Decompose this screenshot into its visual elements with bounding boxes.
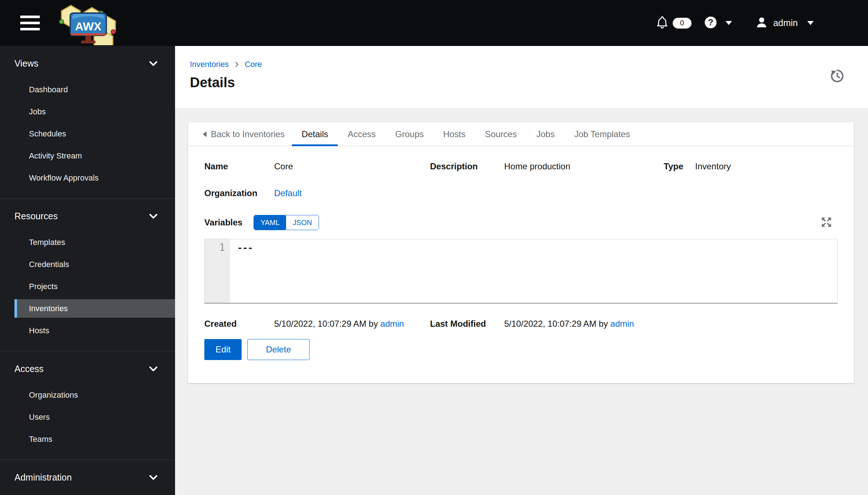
sidebar-item-workflow-approvals[interactable]: Workflow Approvals	[0, 167, 175, 189]
sidebar-item-teams[interactable]: Teams	[0, 428, 175, 450]
editor-line-number: 1	[205, 239, 230, 303]
organization-link[interactable]: Default	[274, 188, 302, 198]
delete-button[interactable]: Delete	[247, 339, 309, 360]
notifications-bell-icon[interactable]	[655, 16, 669, 31]
tab-sources[interactable]: Sources	[475, 122, 527, 146]
sidebar-item-users[interactable]: Users	[0, 406, 175, 428]
tab-back-label: Back to Inventories	[211, 129, 285, 139]
variables-label: Variables	[204, 217, 242, 228]
field-last-modified: Last Modified 5/10/2022, 10:07:29 AM by …	[430, 319, 838, 329]
breadcrumb-chevron-icon	[235, 61, 239, 68]
history-icon[interactable]	[830, 68, 845, 85]
nav-section-label: Views	[14, 58, 38, 69]
json-toggle-button[interactable]: JSON	[286, 215, 318, 230]
nav-section-access: Access Organizations Users Teams	[0, 351, 175, 460]
chevron-down-icon	[149, 366, 158, 372]
tab-bar: Back to Inventories Details Access Group…	[188, 122, 854, 146]
variables-code-editor[interactable]: 1 ---	[204, 239, 838, 304]
notifications-count-badge[interactable]: 0	[673, 18, 692, 29]
type-label: Type	[664, 161, 695, 172]
name-label: Name	[204, 161, 274, 172]
last-modified-timestamp: 5/10/2022, 10:07:29 AM by	[504, 319, 608, 329]
chevron-down-icon	[149, 61, 158, 66]
sidebar-item-hosts[interactable]: Hosts	[0, 320, 175, 342]
help-icon[interactable]: ?	[704, 16, 718, 31]
inventory-details-card: Back to Inventories Details Access Group…	[188, 122, 854, 383]
nav-section-resources: Resources Templates Credentials Projects…	[0, 198, 175, 351]
nav-section-label: Access	[14, 364, 44, 374]
tab-jobs[interactable]: Jobs	[527, 122, 565, 146]
page-title: Details	[190, 75, 846, 90]
sidebar-item-projects[interactable]: Projects	[0, 275, 175, 297]
sidebar-item-schedules[interactable]: Schedules	[0, 123, 175, 145]
details-panel: Name Core Description Home production Ty…	[188, 146, 854, 383]
nav-section-header-resources[interactable]: Resources	[0, 206, 175, 226]
created-value: 5/10/2022, 10:07:29 AM by admin	[274, 319, 404, 329]
name-value: Core	[274, 161, 293, 172]
nav-section-header-views[interactable]: Views	[0, 53, 175, 73]
expand-icon[interactable]	[820, 216, 833, 229]
sidebar-item-templates[interactable]: Templates	[0, 231, 175, 253]
tab-back-to-inventories[interactable]: Back to Inventories	[196, 122, 292, 146]
user-dropdown-caret-icon[interactable]	[807, 21, 814, 25]
username-label[interactable]: admin	[773, 18, 798, 28]
top-navigation-bar: AWX 0 ?	[0, 0, 868, 46]
created-label: Created	[204, 319, 274, 329]
nav-section-label: Administration	[14, 472, 72, 483]
sidebar-item-dashboard[interactable]: Dashboard	[0, 79, 175, 101]
nav-section-views: Views Dashboard Jobs Schedules Activity …	[0, 46, 175, 198]
field-created: Created 5/10/2022, 10:07:29 AM by admin	[204, 319, 430, 329]
description-label: Description	[430, 161, 504, 172]
action-buttons: Edit Delete	[204, 339, 838, 360]
awx-logo-text: AWX	[75, 20, 102, 33]
nav-section-administration: Administration	[0, 460, 175, 495]
description-value: Home production	[504, 161, 570, 172]
sidebar-item-jobs[interactable]: Jobs	[0, 101, 175, 123]
field-description: Description Home production	[430, 161, 664, 172]
topbar-actions: 0 ? admin	[655, 16, 814, 31]
field-organization: Organization Default	[204, 188, 838, 198]
type-value: Inventory	[695, 161, 731, 172]
edit-button[interactable]: Edit	[204, 339, 242, 360]
tab-hosts[interactable]: Hosts	[434, 122, 475, 146]
svg-text:?: ?	[708, 17, 713, 27]
sidebar-item-activity-stream[interactable]: Activity Stream	[0, 145, 175, 167]
field-type: Type Inventory	[664, 161, 838, 172]
sidebar-item-credentials[interactable]: Credentials	[0, 253, 175, 275]
awx-app: AWX 0 ?	[0, 0, 868, 495]
page-header: Inventories Core Details	[175, 46, 868, 108]
hamburger-menu-icon[interactable]	[20, 16, 40, 30]
variables-row: Variables YAML JSON	[204, 215, 838, 230]
breadcrumb-inventories-link[interactable]: Inventories	[190, 60, 229, 69]
sidebar-item-inventories[interactable]: Inventories	[14, 299, 175, 318]
last-modified-label: Last Modified	[430, 319, 504, 329]
editor-content[interactable]: ---	[230, 239, 837, 303]
sidebar-navigation: Views Dashboard Jobs Schedules Activity …	[0, 46, 175, 495]
tab-groups[interactable]: Groups	[386, 122, 434, 146]
yaml-toggle-button[interactable]: YAML	[254, 215, 286, 230]
chevron-down-icon	[149, 475, 158, 480]
tab-access[interactable]: Access	[338, 122, 385, 146]
created-by-admin-link[interactable]: admin	[380, 319, 404, 329]
nav-section-header-administration[interactable]: Administration	[0, 467, 175, 487]
nav-section-label: Resources	[14, 211, 58, 221]
field-name: Name Core	[204, 161, 430, 172]
awx-logo[interactable]: AWX	[49, 0, 120, 46]
variables-format-toggle: YAML JSON	[254, 215, 319, 230]
created-timestamp: 5/10/2022, 10:07:29 AM by	[274, 319, 378, 329]
main-content: Inventories Core Details	[175, 46, 868, 495]
sidebar-item-organizations[interactable]: Organizations	[0, 384, 175, 406]
caret-left-icon	[203, 131, 207, 137]
help-dropdown-caret-icon[interactable]	[726, 21, 732, 25]
modified-by-admin-link[interactable]: admin	[610, 319, 634, 329]
chevron-down-icon	[149, 213, 158, 219]
last-modified-value: 5/10/2022, 10:07:29 AM by admin	[504, 319, 634, 329]
nav-section-header-access[interactable]: Access	[0, 359, 175, 379]
tab-job-templates[interactable]: Job Templates	[565, 122, 640, 146]
awx-logo-graphic: AWX	[49, 1, 120, 45]
organization-label: Organization	[204, 188, 274, 198]
tab-details[interactable]: Details	[292, 122, 338, 146]
user-icon	[755, 16, 768, 30]
content-area: Back to Inventories Details Access Group…	[175, 108, 868, 495]
breadcrumb-core-link[interactable]: Core	[245, 60, 262, 69]
